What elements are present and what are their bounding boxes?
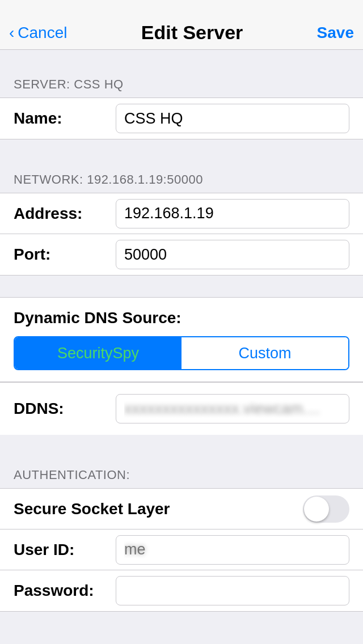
network-section-header: NETWORK: 192.168.1.19:50000: [0, 161, 363, 193]
page-title: Edit Server: [141, 22, 243, 44]
spacer-auth: [0, 435, 363, 456]
dns-source-label: Dynamic DNS Source:: [14, 309, 349, 327]
spacer-network: [0, 139, 363, 161]
spacer-top-server: [0, 50, 363, 66]
userid-input[interactable]: [116, 535, 349, 565]
address-input[interactable]: [116, 199, 349, 228]
toggle-knob: [304, 497, 329, 522]
ssl-toggle[interactable]: [303, 495, 349, 523]
spacer-dns: [0, 276, 363, 297]
auth-form-group: Secure Socket Layer User ID: Password:: [0, 488, 363, 612]
cancel-button[interactable]: ‹ Cancel: [9, 24, 67, 42]
password-row: Password:: [0, 570, 363, 611]
server-form-group: Name:: [0, 98, 363, 139]
nav-bar: ‹ Cancel Edit Server Save: [0, 0, 363, 50]
back-chevron-icon: ‹: [9, 24, 14, 42]
address-label: Address:: [14, 205, 116, 223]
network-form-group: Address: Port:: [0, 193, 363, 276]
segmented-control[interactable]: SecuritySpy Custom: [14, 336, 349, 370]
save-button[interactable]: Save: [317, 24, 354, 42]
name-label: Name:: [14, 109, 116, 128]
ssl-row: Secure Socket Layer: [0, 489, 363, 529]
address-row: Address:: [0, 193, 363, 234]
segment-option1-label: SecuritySpy: [57, 345, 139, 362]
segment-securityspy[interactable]: SecuritySpy: [15, 337, 182, 369]
userid-label: User ID:: [14, 541, 116, 559]
port-label: Port:: [14, 245, 116, 264]
ssl-label: Secure Socket Layer: [14, 500, 170, 518]
name-input[interactable]: [116, 104, 349, 133]
password-label: Password:: [14, 582, 116, 600]
segment-option2-label: Custom: [238, 345, 291, 362]
ddns-label: DDNS:: [14, 400, 116, 418]
ddns-input[interactable]: [116, 394, 349, 423]
cancel-label: Cancel: [18, 24, 67, 42]
segment-custom[interactable]: Custom: [182, 337, 348, 369]
ddns-row: DDNS:: [0, 382, 363, 435]
auth-section-header: AUTHENTICATION:: [0, 456, 363, 488]
server-section-header: SERVER: CSS HQ: [0, 66, 363, 98]
port-input[interactable]: [116, 240, 349, 269]
name-row: Name:: [0, 98, 363, 139]
port-row: Port:: [0, 234, 363, 275]
dns-section: Dynamic DNS Source: SecuritySpy Custom: [0, 297, 363, 382]
userid-row: User ID:: [0, 529, 363, 570]
password-input[interactable]: [116, 576, 349, 605]
